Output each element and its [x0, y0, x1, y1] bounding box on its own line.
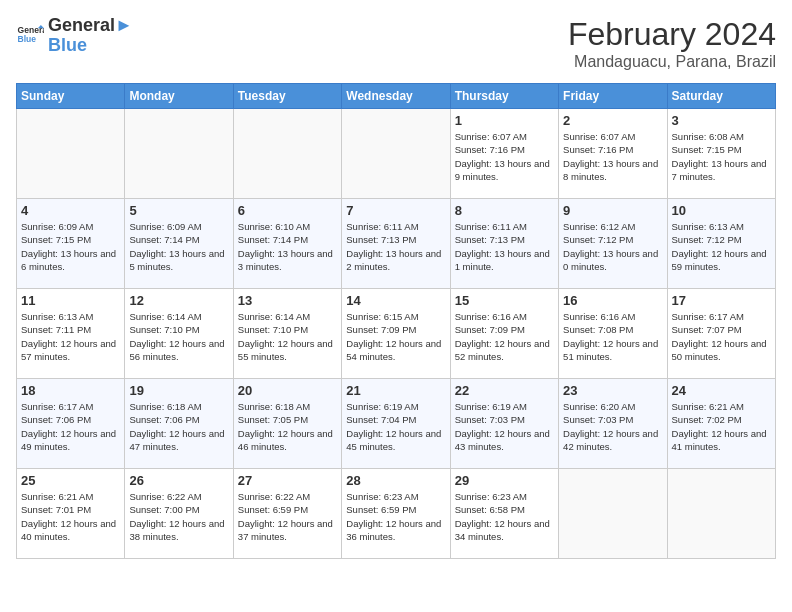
logo-text-line2: Blue [48, 36, 133, 56]
calendar-cell: 16Sunrise: 6:16 AM Sunset: 7:08 PM Dayli… [559, 289, 667, 379]
logo-text-line1: General► [48, 16, 133, 36]
day-info: Sunrise: 6:16 AM Sunset: 7:09 PM Dayligh… [455, 310, 554, 363]
calendar-cell: 23Sunrise: 6:20 AM Sunset: 7:03 PM Dayli… [559, 379, 667, 469]
day-info: Sunrise: 6:12 AM Sunset: 7:12 PM Dayligh… [563, 220, 662, 273]
day-number: 10 [672, 203, 771, 218]
calendar-cell [125, 109, 233, 199]
day-info: Sunrise: 6:15 AM Sunset: 7:09 PM Dayligh… [346, 310, 445, 363]
day-info: Sunrise: 6:10 AM Sunset: 7:14 PM Dayligh… [238, 220, 337, 273]
day-number: 5 [129, 203, 228, 218]
day-info: Sunrise: 6:11 AM Sunset: 7:13 PM Dayligh… [455, 220, 554, 273]
day-number: 19 [129, 383, 228, 398]
calendar-cell: 7Sunrise: 6:11 AM Sunset: 7:13 PM Daylig… [342, 199, 450, 289]
day-info: Sunrise: 6:23 AM Sunset: 6:59 PM Dayligh… [346, 490, 445, 543]
calendar-cell: 11Sunrise: 6:13 AM Sunset: 7:11 PM Dayli… [17, 289, 125, 379]
calendar-week-row: 25Sunrise: 6:21 AM Sunset: 7:01 PM Dayli… [17, 469, 776, 559]
calendar-cell: 24Sunrise: 6:21 AM Sunset: 7:02 PM Dayli… [667, 379, 775, 469]
day-info: Sunrise: 6:07 AM Sunset: 7:16 PM Dayligh… [563, 130, 662, 183]
day-info: Sunrise: 6:19 AM Sunset: 7:03 PM Dayligh… [455, 400, 554, 453]
day-number: 18 [21, 383, 120, 398]
calendar-cell [342, 109, 450, 199]
calendar-cell: 27Sunrise: 6:22 AM Sunset: 6:59 PM Dayli… [233, 469, 341, 559]
calendar-cell: 12Sunrise: 6:14 AM Sunset: 7:10 PM Dayli… [125, 289, 233, 379]
day-info: Sunrise: 6:11 AM Sunset: 7:13 PM Dayligh… [346, 220, 445, 273]
day-number: 8 [455, 203, 554, 218]
day-info: Sunrise: 6:16 AM Sunset: 7:08 PM Dayligh… [563, 310, 662, 363]
calendar-header-row: SundayMondayTuesdayWednesdayThursdayFrid… [17, 84, 776, 109]
day-info: Sunrise: 6:09 AM Sunset: 7:15 PM Dayligh… [21, 220, 120, 273]
day-number: 4 [21, 203, 120, 218]
weekday-header-wednesday: Wednesday [342, 84, 450, 109]
calendar-cell: 29Sunrise: 6:23 AM Sunset: 6:58 PM Dayli… [450, 469, 558, 559]
calendar-cell: 8Sunrise: 6:11 AM Sunset: 7:13 PM Daylig… [450, 199, 558, 289]
day-number: 26 [129, 473, 228, 488]
day-number: 7 [346, 203, 445, 218]
calendar-cell: 3Sunrise: 6:08 AM Sunset: 7:15 PM Daylig… [667, 109, 775, 199]
day-number: 11 [21, 293, 120, 308]
day-info: Sunrise: 6:13 AM Sunset: 7:12 PM Dayligh… [672, 220, 771, 273]
day-number: 15 [455, 293, 554, 308]
calendar-cell: 4Sunrise: 6:09 AM Sunset: 7:15 PM Daylig… [17, 199, 125, 289]
logo: General Blue General► Blue [16, 16, 133, 56]
day-info: Sunrise: 6:09 AM Sunset: 7:14 PM Dayligh… [129, 220, 228, 273]
calendar-cell: 26Sunrise: 6:22 AM Sunset: 7:00 PM Dayli… [125, 469, 233, 559]
day-number: 1 [455, 113, 554, 128]
calendar-cell: 13Sunrise: 6:14 AM Sunset: 7:10 PM Dayli… [233, 289, 341, 379]
day-info: Sunrise: 6:18 AM Sunset: 7:05 PM Dayligh… [238, 400, 337, 453]
day-number: 16 [563, 293, 662, 308]
calendar-cell: 14Sunrise: 6:15 AM Sunset: 7:09 PM Dayli… [342, 289, 450, 379]
calendar-cell: 20Sunrise: 6:18 AM Sunset: 7:05 PM Dayli… [233, 379, 341, 469]
calendar-cell: 21Sunrise: 6:19 AM Sunset: 7:04 PM Dayli… [342, 379, 450, 469]
weekday-header-friday: Friday [559, 84, 667, 109]
day-number: 20 [238, 383, 337, 398]
calendar-cell: 15Sunrise: 6:16 AM Sunset: 7:09 PM Dayli… [450, 289, 558, 379]
day-number: 24 [672, 383, 771, 398]
calendar-cell: 22Sunrise: 6:19 AM Sunset: 7:03 PM Dayli… [450, 379, 558, 469]
day-number: 23 [563, 383, 662, 398]
day-number: 2 [563, 113, 662, 128]
calendar-week-row: 18Sunrise: 6:17 AM Sunset: 7:06 PM Dayli… [17, 379, 776, 469]
day-info: Sunrise: 6:08 AM Sunset: 7:15 PM Dayligh… [672, 130, 771, 183]
day-number: 21 [346, 383, 445, 398]
day-info: Sunrise: 6:23 AM Sunset: 6:58 PM Dayligh… [455, 490, 554, 543]
calendar-week-row: 4Sunrise: 6:09 AM Sunset: 7:15 PM Daylig… [17, 199, 776, 289]
calendar-cell [233, 109, 341, 199]
day-number: 12 [129, 293, 228, 308]
weekday-header-saturday: Saturday [667, 84, 775, 109]
calendar-week-row: 11Sunrise: 6:13 AM Sunset: 7:11 PM Dayli… [17, 289, 776, 379]
calendar-cell: 25Sunrise: 6:21 AM Sunset: 7:01 PM Dayli… [17, 469, 125, 559]
svg-text:Blue: Blue [18, 34, 37, 44]
calendar-cell: 17Sunrise: 6:17 AM Sunset: 7:07 PM Dayli… [667, 289, 775, 379]
day-number: 28 [346, 473, 445, 488]
location-subtitle: Mandaguacu, Parana, Brazil [568, 53, 776, 71]
calendar-cell: 10Sunrise: 6:13 AM Sunset: 7:12 PM Dayli… [667, 199, 775, 289]
day-info: Sunrise: 6:20 AM Sunset: 7:03 PM Dayligh… [563, 400, 662, 453]
day-info: Sunrise: 6:19 AM Sunset: 7:04 PM Dayligh… [346, 400, 445, 453]
calendar-cell: 6Sunrise: 6:10 AM Sunset: 7:14 PM Daylig… [233, 199, 341, 289]
weekday-header-sunday: Sunday [17, 84, 125, 109]
calendar-week-row: 1Sunrise: 6:07 AM Sunset: 7:16 PM Daylig… [17, 109, 776, 199]
day-number: 13 [238, 293, 337, 308]
day-info: Sunrise: 6:13 AM Sunset: 7:11 PM Dayligh… [21, 310, 120, 363]
logo-icon: General Blue [16, 22, 44, 50]
calendar-cell [17, 109, 125, 199]
weekday-header-monday: Monday [125, 84, 233, 109]
day-info: Sunrise: 6:17 AM Sunset: 7:06 PM Dayligh… [21, 400, 120, 453]
day-info: Sunrise: 6:07 AM Sunset: 7:16 PM Dayligh… [455, 130, 554, 183]
calendar-cell: 28Sunrise: 6:23 AM Sunset: 6:59 PM Dayli… [342, 469, 450, 559]
day-info: Sunrise: 6:22 AM Sunset: 7:00 PM Dayligh… [129, 490, 228, 543]
calendar-cell: 5Sunrise: 6:09 AM Sunset: 7:14 PM Daylig… [125, 199, 233, 289]
day-info: Sunrise: 6:17 AM Sunset: 7:07 PM Dayligh… [672, 310, 771, 363]
weekday-header-tuesday: Tuesday [233, 84, 341, 109]
calendar-cell [559, 469, 667, 559]
day-info: Sunrise: 6:21 AM Sunset: 7:02 PM Dayligh… [672, 400, 771, 453]
calendar-cell: 19Sunrise: 6:18 AM Sunset: 7:06 PM Dayli… [125, 379, 233, 469]
calendar-cell [667, 469, 775, 559]
day-number: 22 [455, 383, 554, 398]
calendar-cell: 2Sunrise: 6:07 AM Sunset: 7:16 PM Daylig… [559, 109, 667, 199]
day-number: 6 [238, 203, 337, 218]
day-number: 27 [238, 473, 337, 488]
calendar-table: SundayMondayTuesdayWednesdayThursdayFrid… [16, 83, 776, 559]
day-number: 3 [672, 113, 771, 128]
weekday-header-thursday: Thursday [450, 84, 558, 109]
